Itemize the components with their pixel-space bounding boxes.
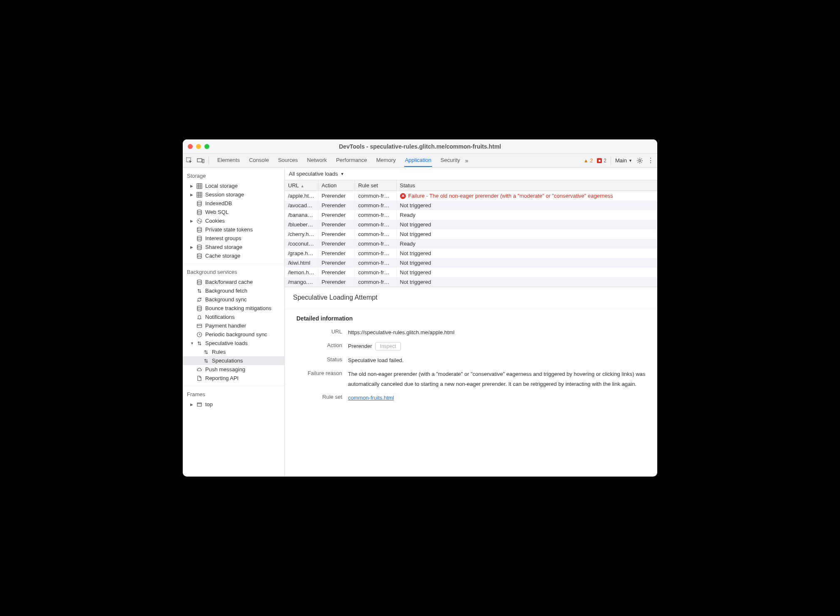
sidebar-item-speculations[interactable]: Speculations	[183, 356, 284, 365]
frame-icon	[196, 402, 203, 407]
warnings-badge[interactable]: ▲2	[584, 158, 593, 164]
db-icon	[196, 236, 203, 241]
sidebar-item-indexeddb[interactable]: IndexedDB	[183, 199, 284, 208]
sidebar-item-periodic-background-sync[interactable]: Periodic background sync	[183, 330, 284, 339]
detail-status: Speculative load failed.	[348, 355, 649, 365]
col-url[interactable]: URL▲	[285, 180, 318, 191]
sidebar-item-private-state-tokens[interactable]: Private state tokens	[183, 225, 284, 234]
traffic-lights	[188, 144, 209, 149]
svg-rect-17	[197, 324, 202, 328]
sidebar-item-bounce-tracking-mitigations[interactable]: Bounce tracking mitigations	[183, 304, 284, 313]
main-toolbar: ElementsConsoleSourcesNetworkPerformance…	[183, 154, 657, 168]
sidebar-item-back-forward-cache[interactable]: Back/forward cache	[183, 278, 284, 286]
col-status[interactable]: Status	[396, 180, 657, 191]
application-sidebar: Storage ▶Local storage▶Session storageIn…	[183, 168, 285, 477]
clock-icon	[196, 332, 203, 338]
table-row[interactable]: /avocad…Prerendercommon-fr…Not triggered	[285, 201, 657, 210]
tab-network[interactable]: Network	[306, 154, 328, 167]
detail-section-header: Detailed information	[296, 315, 649, 322]
tab-elements[interactable]: Elements	[216, 154, 241, 167]
tab-sources[interactable]: Sources	[277, 154, 299, 167]
close-window-button[interactable]	[188, 144, 193, 149]
sidebar-item-top[interactable]: ▶top	[183, 400, 284, 409]
sidebar-item-background-sync[interactable]: Background sync	[183, 295, 284, 304]
svg-point-11	[197, 227, 201, 229]
ruleset-link[interactable]: common-fruits.html	[348, 395, 394, 401]
svg-point-9	[198, 220, 199, 221]
table-row[interactable]: /mango.…Prerendercommon-fr…Not triggered	[285, 277, 657, 287]
tab-performance[interactable]: Performance	[335, 154, 368, 167]
svg-point-12	[197, 236, 201, 238]
speculations-table: URL▲ActionRule setStatus /apple.htmlPrer…	[285, 180, 657, 287]
tab-memory[interactable]: Memory	[375, 154, 397, 167]
detail-panel: Speculative Loading Attempt Detailed inf…	[285, 287, 657, 477]
sidebar-item-background-fetch[interactable]: Background fetch	[183, 286, 284, 295]
storage-header: Storage	[183, 168, 284, 181]
updown-icon	[196, 288, 203, 294]
inspect-icon[interactable]	[186, 157, 193, 164]
sidebar-item-interest-groups[interactable]: Interest groups	[183, 234, 284, 243]
col-action[interactable]: Action	[318, 180, 355, 191]
filter-bar: All speculative loads▼	[285, 168, 657, 180]
table-row[interactable]: /lemon.h…Prerendercommon-fr…Not triggere…	[285, 268, 657, 277]
table-row[interactable]: /kiwi.htmlPrerendercommon-fr…Not trigger…	[285, 258, 657, 268]
sidebar-item-cache-storage[interactable]: Cache storage	[183, 251, 284, 260]
file-icon	[196, 375, 203, 381]
sidebar-item-speculative-loads[interactable]: ▼Speculative loads	[183, 339, 284, 348]
frame-selector[interactable]: Main▼	[615, 157, 632, 164]
table-row[interactable]: /cherry.h…Prerendercommon-fr…Not trigger…	[285, 229, 657, 239]
db-icon	[196, 306, 203, 311]
svg-point-16	[197, 306, 201, 308]
detail-title: Speculative Loading Attempt	[293, 294, 649, 301]
sidebar-item-session-storage[interactable]: ▶Session storage	[183, 190, 284, 199]
panel-tabs: ElementsConsoleSourcesNetworkPerformance…	[216, 154, 461, 167]
sidebar-item-web-sql[interactable]: Web SQL	[183, 208, 284, 216]
sidebar-item-payment-handler[interactable]: Payment handler	[183, 321, 284, 330]
tab-application[interactable]: Application	[404, 154, 432, 167]
sidebar-item-shared-storage[interactable]: ▶Shared storage	[183, 243, 284, 251]
background-services-header: Background services	[183, 264, 284, 278]
updown-icon	[203, 349, 209, 355]
sidebar-item-local-storage[interactable]: ▶Local storage	[183, 181, 284, 190]
inspect-button[interactable]: Inspect	[375, 342, 401, 350]
errors-badge[interactable]: ■2	[597, 158, 606, 164]
db-icon	[196, 244, 203, 250]
titlebar: DevTools - speculative-rules.glitch.me/c…	[183, 139, 657, 154]
col-rule-set[interactable]: Rule set	[355, 180, 396, 191]
svg-point-6	[197, 201, 201, 203]
content-area: All speculative loads▼ URL▲ActionRule se…	[285, 168, 657, 477]
frames-header: Frames	[183, 386, 284, 400]
table-row[interactable]: /apple.htmlPrerendercommon-fr…✕Failure -…	[285, 191, 657, 201]
updown-icon	[203, 358, 209, 364]
device-icon[interactable]	[197, 158, 204, 164]
table-row[interactable]: /grape.htmlPrerendercommon-fr…Not trigge…	[285, 248, 657, 258]
filter-dropdown[interactable]: All speculative loads▼	[289, 171, 344, 177]
table-row[interactable]: /banana.…Prerendercommon-fr…Ready	[285, 210, 657, 220]
table-row[interactable]: /blueberr…Prerendercommon-fr…Not trigger…	[285, 220, 657, 229]
svg-point-14	[197, 253, 201, 255]
tab-security[interactable]: Security	[440, 154, 461, 167]
table-row[interactable]: /coconut…Prerendercommon-fr…Ready	[285, 239, 657, 248]
updown-icon	[196, 340, 203, 346]
sidebar-item-push-messaging[interactable]: Push messaging	[183, 365, 284, 374]
svg-rect-4	[197, 184, 202, 189]
tab-console[interactable]: Console	[248, 154, 270, 167]
svg-rect-1	[197, 159, 202, 162]
minimize-window-button[interactable]	[196, 144, 201, 149]
settings-icon[interactable]	[636, 157, 643, 164]
sidebar-item-notifications[interactable]: Notifications	[183, 313, 284, 321]
card-icon	[196, 323, 203, 329]
sidebar-item-cookies[interactable]: ▶Cookies	[183, 216, 284, 225]
zoom-window-button[interactable]	[204, 144, 209, 149]
sync-icon	[196, 297, 203, 303]
kebab-icon[interactable]: ⋮	[647, 156, 654, 164]
detail-failure-reason: The old non-eager prerender (with a "mod…	[348, 369, 649, 389]
grid-icon	[196, 183, 203, 189]
svg-rect-2	[202, 159, 204, 163]
cloud-icon	[196, 367, 203, 373]
devtools-window: DevTools - speculative-rules.glitch.me/c…	[183, 139, 657, 477]
sidebar-item-reporting-api[interactable]: Reporting API	[183, 374, 284, 383]
sidebar-item-rules[interactable]: Rules	[183, 348, 284, 356]
more-tabs-icon[interactable]: »	[465, 157, 468, 164]
svg-point-3	[639, 159, 641, 161]
